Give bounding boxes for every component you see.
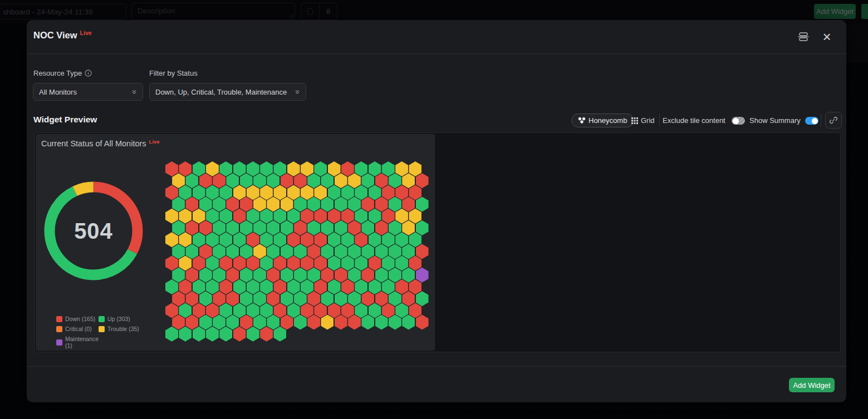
hex-tile-up[interactable] (240, 220, 253, 235)
hex-tile-up[interactable] (348, 197, 361, 212)
hex-tile-down[interactable] (165, 185, 178, 200)
hex-tile-up[interactable] (389, 244, 401, 259)
hex-tile-trouble[interactable] (193, 209, 205, 224)
hex-tile-up[interactable] (328, 256, 341, 271)
hex-tile-trouble[interactable] (165, 232, 178, 247)
hex-tile-trouble[interactable] (179, 232, 192, 247)
hex-tile-up[interactable] (382, 232, 395, 247)
hex-tile-down[interactable] (307, 315, 320, 330)
hex-tile-down[interactable] (355, 232, 367, 247)
hex-tile-up[interactable] (273, 161, 286, 176)
hex-tile-down[interactable] (206, 303, 219, 318)
hex-tile-up[interactable] (294, 244, 307, 259)
hex-tile-up[interactable] (314, 161, 327, 176)
hex-tile-up[interactable] (226, 173, 239, 188)
hex-tile-down[interactable] (226, 268, 239, 283)
hex-tile-up[interactable] (247, 161, 259, 176)
hex-tile-trouble[interactable] (267, 197, 279, 212)
hex-tile-trouble[interactable] (172, 173, 185, 188)
hex-tile-up[interactable] (281, 268, 293, 283)
honeycomb-view-button[interactable]: Honeycomb (571, 114, 634, 127)
hex-tile-up[interactable] (281, 244, 293, 259)
hex-tile-up[interactable] (355, 209, 367, 224)
hex-tile-down[interactable] (395, 279, 408, 294)
hex-tile-up[interactable] (273, 232, 286, 247)
hex-tile-down[interactable] (281, 315, 293, 330)
hex-tile-up[interactable] (253, 220, 266, 235)
hex-tile-down[interactable] (273, 256, 286, 271)
hex-tile-up[interactable] (199, 197, 212, 212)
hex-tile-up[interactable] (375, 315, 388, 330)
hex-tile-down[interactable] (409, 256, 421, 271)
hex-tile-up[interactable] (247, 209, 259, 224)
hex-tile-down[interactable] (172, 315, 185, 330)
hex-tile-down[interactable] (233, 327, 246, 342)
hex-tile-up[interactable] (287, 303, 300, 318)
hex-tile-up[interactable] (294, 291, 307, 306)
hex-tile-up[interactable] (267, 220, 279, 235)
hex-tile-up[interactable] (233, 232, 246, 247)
hex-tile-up[interactable] (389, 268, 401, 283)
hex-tile-up[interactable] (321, 173, 334, 188)
hex-tile-down[interactable] (213, 291, 225, 306)
hex-tile-up[interactable] (260, 279, 273, 294)
hex-tile-up[interactable] (307, 173, 320, 188)
hex-tile-down[interactable] (361, 268, 374, 283)
hex-tile-up[interactable] (369, 161, 381, 176)
hex-tile-down[interactable] (294, 220, 307, 235)
hex-tile-down[interactable] (219, 256, 232, 271)
hex-tile-up[interactable] (335, 220, 347, 235)
hex-tile-up[interactable] (240, 291, 253, 306)
hex-tile-trouble[interactable] (247, 185, 259, 200)
hex-tile-up[interactable] (361, 244, 374, 259)
hex-tile-down[interactable] (328, 303, 341, 318)
hex-tile-up[interactable] (206, 256, 219, 271)
hex-tile-up[interactable] (321, 197, 334, 212)
hex-tile-up[interactable] (287, 209, 300, 224)
hex-tile-down[interactable] (375, 197, 388, 212)
hex-tile-up[interactable] (361, 173, 374, 188)
hex-tile-up[interactable] (402, 244, 415, 259)
hex-tile-down[interactable] (395, 185, 408, 200)
hex-tile-up[interactable] (409, 232, 421, 247)
hex-tile-up[interactable] (193, 161, 205, 176)
hex-tile-up[interactable] (199, 291, 212, 306)
hex-tile-up[interactable] (185, 173, 198, 188)
hex-tile-up[interactable] (226, 220, 239, 235)
hex-tile-up[interactable] (219, 185, 232, 200)
hex-tile-down[interactable] (416, 173, 429, 188)
hex-tile-up[interactable] (185, 244, 198, 259)
hex-tile-up[interactable] (382, 161, 395, 176)
hex-tile-down[interactable] (219, 279, 232, 294)
hex-tile-maintenance[interactable] (416, 268, 429, 283)
hex-tile-down[interactable] (375, 173, 388, 188)
hex-tile-up[interactable] (179, 185, 192, 200)
hex-tile-down[interactable] (301, 303, 313, 318)
hex-tile-up[interactable] (253, 268, 266, 283)
hex-tile-up[interactable] (294, 268, 307, 283)
hex-tile-down[interactable] (416, 244, 429, 259)
hex-tile-up[interactable] (335, 291, 347, 306)
hex-tile-down[interactable] (185, 197, 198, 212)
hex-tile-up[interactable] (267, 173, 279, 188)
hex-tile-up[interactable] (348, 268, 361, 283)
hex-tile-up[interactable] (395, 303, 408, 318)
hex-tile-trouble[interactable] (253, 244, 266, 259)
hex-tile-up[interactable] (369, 209, 381, 224)
hex-tile-up[interactable] (240, 268, 253, 283)
hex-tile-trouble[interactable] (165, 209, 178, 224)
hex-tile-up[interactable] (219, 161, 232, 176)
hex-tile-down[interactable] (328, 209, 341, 224)
hex-tile-up[interactable] (219, 209, 232, 224)
hex-tile-up[interactable] (172, 268, 185, 283)
hex-tile-up[interactable] (199, 315, 212, 330)
hex-tile-up[interactable] (328, 185, 341, 200)
hex-tile-down[interactable] (233, 209, 246, 224)
hex-tile-trouble[interactable] (260, 185, 273, 200)
hex-tile-down[interactable] (314, 209, 327, 224)
hex-tile-up[interactable] (267, 315, 279, 330)
hex-tile-up[interactable] (219, 303, 232, 318)
hex-tile-up[interactable] (247, 327, 259, 342)
hex-tile-down[interactable] (185, 291, 198, 306)
hex-tile-down[interactable] (335, 315, 347, 330)
